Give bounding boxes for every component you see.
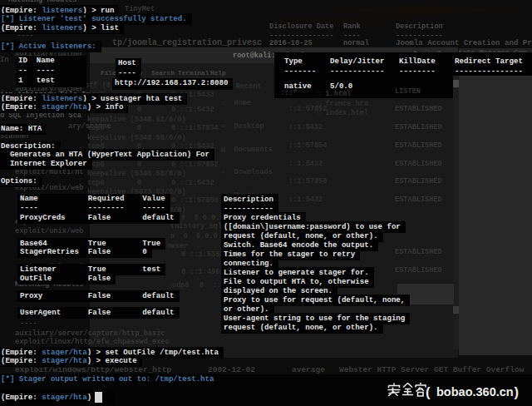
svg-text:(: (	[426, 384, 431, 399]
svg-text:): )	[515, 384, 520, 399]
svg-text:bobao.360.cn: bobao.360.cn	[436, 385, 514, 399]
